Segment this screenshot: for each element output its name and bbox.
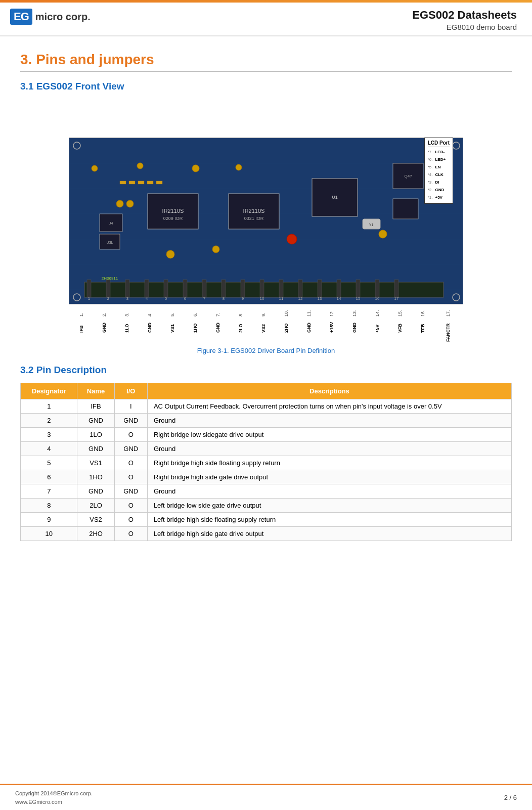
- cell-designator: 10: [21, 527, 77, 541]
- svg-point-19: [212, 246, 219, 253]
- page-header: EG micro corp. EGS002 Datasheets EG8010 …: [0, 3, 532, 36]
- cell-desc: Ground: [147, 442, 511, 456]
- table-row: 2 GND GND Ground: [21, 414, 512, 428]
- svg-point-23: [192, 165, 199, 172]
- svg-rect-43: [279, 280, 283, 297]
- lcd-port-diagram: LCD Port *7. *6. *5. *4. *3. *2. *1. LED…: [424, 138, 453, 204]
- svg-text:1: 1: [88, 296, 91, 301]
- cell-designator: 2: [21, 414, 77, 428]
- svg-rect-53: [138, 181, 144, 184]
- svg-text:U3L: U3L: [107, 241, 113, 244]
- logo-area: EG micro corp.: [10, 9, 91, 25]
- svg-text:Q4?: Q4?: [404, 174, 412, 178]
- cell-desc: Left bridge low side gate drive output: [147, 499, 511, 513]
- header-title: EGS002 Datasheets: [412, 9, 517, 22]
- svg-text:U4: U4: [109, 221, 113, 225]
- main-content: 3. Pins and jumpers 3.1 EGS002 Front Vie…: [0, 36, 532, 551]
- header-subtitle: EG8010 demo board: [412, 23, 517, 31]
- svg-text:2: 2: [107, 296, 110, 301]
- cell-io: O: [114, 527, 147, 541]
- cell-designator: 9: [21, 513, 77, 527]
- svg-point-20: [287, 234, 297, 244]
- svg-text:IR2110S: IR2110S: [243, 208, 265, 214]
- cell-designator: 7: [21, 484, 77, 499]
- cell-io: GND: [114, 442, 147, 456]
- svg-rect-33: [87, 280, 91, 297]
- svg-rect-45: [318, 280, 322, 297]
- footer-copyright: Copyright 2014©EGmicro corp. www.EGmicro…: [15, 789, 93, 806]
- cell-desc: Right bridge high side gate drive output: [147, 470, 511, 484]
- cell-io: O: [114, 456, 147, 470]
- table-row: 7 GND GND Ground: [21, 484, 512, 499]
- cell-designator: 8: [21, 499, 77, 513]
- svg-text:2H36811: 2H36811: [102, 276, 118, 281]
- cell-name: 1HO: [77, 470, 114, 484]
- footer-page-number: 2 / 6: [504, 794, 517, 801]
- footer-line1: Copyright 2014©EGmicro corp.: [15, 789, 93, 798]
- svg-rect-55: [156, 181, 162, 184]
- table-row: 8 2LO O Left bridge low side gate drive …: [21, 499, 512, 513]
- logo-text: micro corp.: [35, 11, 91, 23]
- svg-text:17: 17: [394, 296, 399, 301]
- svg-rect-48: [375, 280, 379, 297]
- cell-desc: Left bridge high side floating supply re…: [147, 513, 511, 527]
- cell-designator: 4: [21, 442, 77, 456]
- svg-text:U1: U1: [332, 195, 338, 200]
- cell-desc: Left bridge high side gate drive output: [147, 527, 511, 541]
- svg-point-25: [379, 230, 387, 238]
- svg-point-15: [116, 200, 123, 207]
- svg-rect-46: [337, 280, 341, 297]
- svg-rect-44: [298, 280, 302, 297]
- svg-text:5: 5: [165, 296, 167, 301]
- svg-rect-39: [202, 280, 206, 297]
- cell-desc: Ground: [147, 484, 511, 499]
- svg-text:11: 11: [279, 296, 284, 301]
- cell-desc: Right bridge high side floating supply r…: [147, 456, 511, 470]
- table-row: 10 2HO O Left bridge high side gate driv…: [21, 527, 512, 541]
- cell-name: VS1: [77, 456, 114, 470]
- svg-text:IR2110S: IR2110S: [162, 208, 184, 214]
- cell-io: GND: [114, 414, 147, 428]
- table-row: 4 GND GND Ground: [21, 442, 512, 456]
- cell-io: O: [114, 428, 147, 442]
- svg-text:7: 7: [203, 296, 206, 301]
- svg-rect-47: [356, 280, 360, 297]
- cell-name: 2HO: [77, 527, 114, 541]
- cell-desc: Ground: [147, 414, 511, 428]
- svg-text:0209 IOR: 0209 IOR: [163, 216, 183, 221]
- svg-text:13: 13: [318, 296, 322, 301]
- svg-text:Y1: Y1: [369, 223, 374, 227]
- pcb-image: IR2110S 0209 IOR IR2110S 0321 IOR U1: [69, 138, 463, 304]
- cell-designator: 1: [21, 399, 77, 414]
- cell-name: GND: [77, 442, 114, 456]
- svg-text:3: 3: [126, 296, 129, 301]
- svg-point-21: [92, 165, 98, 171]
- pin-labels-row: 1. IFB 2. GND 3. 1LO 4. GND 5. VS1 6. 1H…: [69, 304, 463, 342]
- cell-desc: AC Output Current Feedback. Overcurrent …: [147, 399, 511, 414]
- col-header-designator: Designator: [21, 383, 77, 399]
- svg-rect-34: [106, 280, 110, 297]
- cell-name: 2LO: [77, 499, 114, 513]
- svg-point-24: [236, 164, 242, 170]
- svg-rect-54: [147, 181, 153, 184]
- cell-name: GND: [77, 414, 114, 428]
- svg-text:8: 8: [223, 296, 225, 301]
- cell-name: IFB: [77, 399, 114, 414]
- table-row: 6 1HO O Right bridge high side gate driv…: [21, 470, 512, 484]
- svg-rect-36: [145, 280, 149, 297]
- svg-text:4: 4: [146, 296, 148, 301]
- cell-io: O: [114, 513, 147, 527]
- cell-io: GND: [114, 484, 147, 499]
- svg-point-18: [166, 250, 174, 258]
- cell-designator: 6: [21, 470, 77, 484]
- svg-text:9: 9: [242, 296, 244, 301]
- svg-rect-40: [221, 280, 226, 297]
- table-row: 9 VS2 O Left bridge high side floating s…: [21, 513, 512, 527]
- table-row: 3 1LO O Right bridge low sidegate drive …: [21, 428, 512, 442]
- svg-rect-38: [183, 280, 187, 297]
- figure-caption: Figure 3-1. EGS002 Driver Board Pin Defi…: [20, 347, 512, 354]
- svg-text:15: 15: [356, 296, 361, 301]
- cell-name: 1LO: [77, 428, 114, 442]
- svg-text:6: 6: [184, 296, 187, 301]
- cell-io: O: [114, 470, 147, 484]
